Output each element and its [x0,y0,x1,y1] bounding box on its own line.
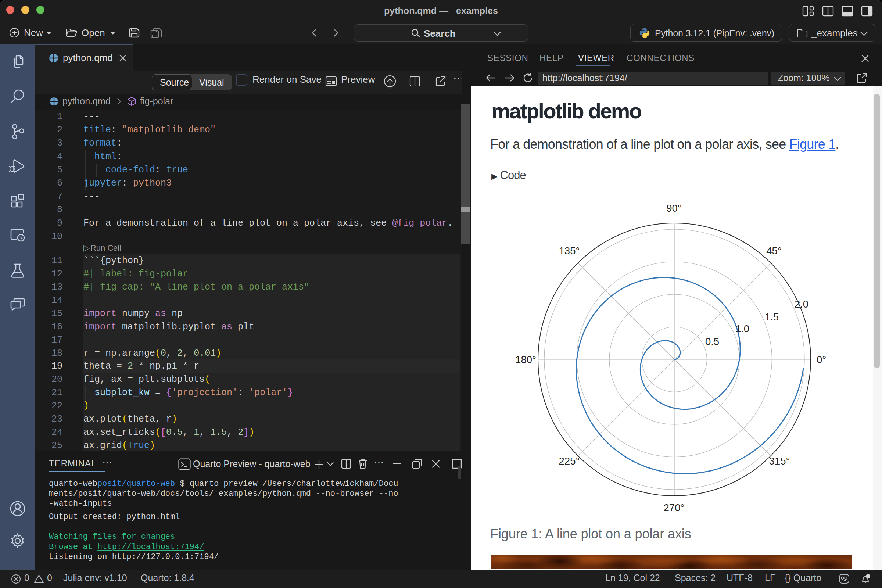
svg-text:135°: 135° [559,245,580,256]
svg-text:1.0: 1.0 [735,323,749,334]
svg-text:0.5: 0.5 [705,336,719,347]
svg-text:45°: 45° [766,245,782,256]
svg-text:270°: 270° [664,502,685,513]
svg-text:90°: 90° [666,202,682,214]
svg-text:0°: 0° [817,354,826,365]
svg-text:180°: 180° [515,354,536,365]
svg-text:1.5: 1.5 [765,311,779,322]
svg-text:225°: 225° [559,455,580,467]
svg-text:2.0: 2.0 [795,298,808,310]
svg-text:315°: 315° [769,455,790,467]
